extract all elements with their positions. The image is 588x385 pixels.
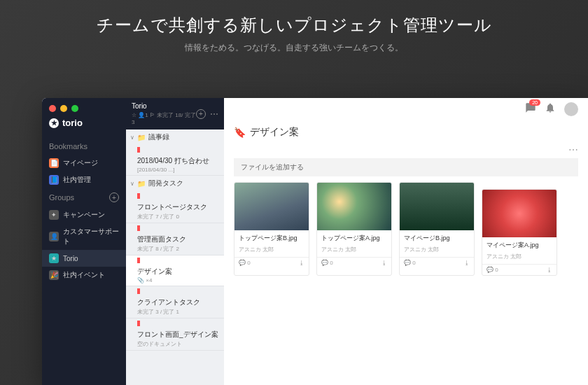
group-torio[interactable]: ★ Torio [42,250,126,267]
document-tree: ∨ 📁 議事録 2018/04/30 打ち合わせ [2018/04/30 ...… [126,130,224,385]
hero-title: チームで共創する新しいプロジェクト管理ツール [0,14,588,36]
close-button[interactable] [49,105,56,112]
tree-stats: ☆ 👤1 🏳 未完了 18/ 完了 3 [132,111,196,125]
file-author: アスニカ 太郎 [486,253,552,260]
file-card[interactable]: マイページ案A.jpg アスニカ 太郎 💬 0 ⭳ [482,189,557,276]
topbar: 20 [224,98,588,120]
file-card[interactable]: トップページ案A.jpg アスニカ 太郎 💬 0 ⭳ [316,182,392,276]
status-marker [137,321,140,326]
file-name: トップページ案B.jpg [239,234,304,243]
file-thumbnail [234,183,309,230]
chat-button[interactable]: 20 [525,102,536,116]
add-group-button[interactable]: + [109,192,119,202]
file-thumbnail [482,190,556,237]
add-doc-button[interactable]: + [196,109,206,119]
folder-icon: 📁 [137,134,146,141]
bookmark-internal[interactable]: 📘 社内管理 [42,172,126,188]
bookmarks-header: Bookmarks [42,138,126,155]
file-grid: トップページ案B.jpg アスニカ 太郎 💬 0 ⭳ トップページ案A.jpg … [224,182,588,276]
hero-section: チームで共創する新しいプロジェクト管理ツール 情報をためる。つなげる。自走する強… [0,0,588,61]
comment-count: 💬 0 [239,260,251,266]
doc-meeting-0430[interactable]: 2018/04/30 打ち合わせ [2018/04/30 ...] [126,145,224,176]
status-marker [137,147,140,153]
group-icon: ★ [49,253,59,263]
document-tree-panel: Torio ☆ 👤1 🏳 未完了 18/ 完了 3 + ⋯ ∨ 📁 議事録 20… [126,98,224,385]
download-icon[interactable]: ⭳ [299,260,304,266]
logo-icon: ★ [49,118,59,128]
file-card[interactable]: トップページ案B.jpg アスニカ 太郎 💬 0 ⭳ [234,182,309,276]
download-icon[interactable]: ⭳ [464,260,470,266]
file-name: マイページB.jpg [404,234,470,243]
file-author: アスニカ 太郎 [404,246,470,253]
group-icon: 👤 [49,232,59,241]
doc-front-design[interactable]: フロント画面_デザイン案 空のドキュメント [126,318,224,351]
tree-menu-button[interactable]: ⋯ [210,109,218,119]
group-support[interactable]: 👤 カスタマーサポート [42,223,126,250]
bookmark-icon: 📘 [49,175,59,185]
add-file-button[interactable]: ファイルを追加する [234,158,578,176]
comment-count: 💬 0 [486,267,498,273]
download-icon[interactable]: ⭳ [547,267,552,273]
main-content: 20 🔖 デザイン案 ⋯ ファイルを追加する トップページ案B.jpg アスニカ… [224,98,588,385]
minimize-button[interactable] [60,105,67,112]
bookmark-mypage[interactable]: 📄 マイページ [42,155,126,172]
file-author: アスニカ 太郎 [239,246,304,253]
status-marker [137,258,140,263]
content-toolbar: ⋯ [224,144,588,155]
comment-count: 💬 0 [404,260,416,266]
bookmark-icon[interactable]: 🔖 [234,127,246,138]
file-author: アスニカ 太郎 [321,246,387,253]
status-marker [137,225,140,231]
sidebar: ★ torio Bookmarks 📄 マイページ 📘 社内管理 Groups … [42,98,126,385]
app-window: ★ torio Bookmarks 📄 マイページ 📘 社内管理 Groups … [42,98,588,385]
comment-count: 💬 0 [321,260,333,266]
group-events[interactable]: 🎉 社内イベント [42,267,126,284]
status-marker [137,288,140,294]
doc-frontpage-task[interactable]: フロントページタスク 未完了 7 / 完了 0 [126,191,224,223]
folder-minutes[interactable]: ∨ 📁 議事録 [126,130,224,145]
bookmark-icon: 📄 [49,158,59,168]
maximize-button[interactable] [71,105,78,112]
folder-icon: 📁 [137,180,146,188]
window-controls [49,105,78,112]
group-campaign[interactable]: ✦ キャンペーン [42,206,126,223]
doc-admin-task[interactable]: 管理画面タスク 未完了 8 / 完了 2 [126,223,224,255]
file-name: トップページ案A.jpg [321,234,387,243]
page-title-row: 🔖 デザイン案 [224,120,588,144]
file-card[interactable]: マイページB.jpg アスニカ 太郎 💬 0 ⭳ [399,182,475,276]
tree-title: Torio [132,102,196,110]
page-title: デザイン案 [250,126,299,139]
bell-icon [545,102,556,113]
folder-dev-tasks[interactable]: ∨ 📁 開発タスク [126,176,224,191]
doc-client-task[interactable]: クライアントタスク 未完了 3 / 完了 1 [126,286,224,318]
chevron-down-icon: ∨ [130,134,134,141]
more-menu-button[interactable]: ⋯ [568,144,578,155]
file-name: マイページ案A.jpg [486,241,552,250]
tree-header: Torio ☆ 👤1 🏳 未完了 18/ 完了 3 + ⋯ [126,98,224,130]
user-avatar[interactable] [564,102,578,116]
chevron-down-icon: ∨ [130,181,134,187]
hero-subtitle: 情報をためる。つなげる。自走する強いチームをつくる。 [0,42,588,54]
status-marker [137,193,140,199]
doc-design-draft[interactable]: デザイン案 📎 ×4 [126,255,224,286]
file-thumbnail [400,183,474,230]
groups-header: Groups + [42,188,126,206]
group-icon: 🎉 [49,270,59,280]
bell-button[interactable] [545,102,556,116]
notification-badge: 20 [529,99,540,106]
app-logo[interactable]: ★ torio [42,118,126,138]
app-name: torio [62,118,83,128]
download-icon[interactable]: ⭳ [382,260,387,266]
group-icon: ✦ [49,210,59,220]
file-thumbnail [317,183,391,230]
